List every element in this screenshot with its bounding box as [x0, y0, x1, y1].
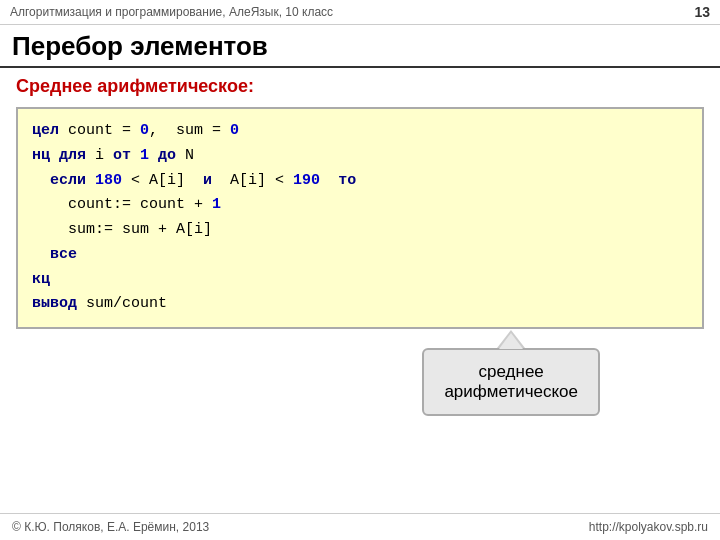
tooltip-line1: среднее: [479, 362, 544, 381]
header-page-number: 13: [694, 4, 710, 20]
code-line-4: count:= count + 1: [32, 193, 688, 218]
tooltip-line2: арифметическое: [444, 382, 578, 401]
footer: © К.Ю. Поляков, Е.А. Ерёмин, 2013 http:/…: [0, 513, 720, 540]
footer-left: © К.Ю. Поляков, Е.А. Ерёмин, 2013: [12, 520, 209, 534]
code-line-5: sum:= sum + A[i]: [32, 218, 688, 243]
tooltip-arrow: [497, 330, 525, 348]
tooltip-box: среднее арифметическое: [422, 348, 600, 416]
code-line-2: нц для i от 1 до N: [32, 144, 688, 169]
tooltip-container: среднее арифметическое: [422, 330, 600, 416]
tooltip-arrow-wrapper: [497, 330, 525, 348]
code-line-8: вывод sum/count: [32, 292, 688, 317]
code-block: цел count = 0, sum = 0 нц для i от 1 до …: [16, 107, 704, 329]
code-line-1: цел count = 0, sum = 0: [32, 119, 688, 144]
header-subtitle: Алгоритмизация и программирование, АлеЯз…: [10, 5, 333, 19]
tooltip-arrow-inner: [499, 333, 523, 349]
code-line-7: кц: [32, 268, 688, 293]
code-line-6: все: [32, 243, 688, 268]
footer-right: http://kpolyakov.spb.ru: [589, 520, 708, 534]
section-title: Среднее арифметическое:: [0, 68, 720, 103]
page-title: Перебор элементов: [0, 25, 720, 68]
code-line-3: если 180 < A[i] и A[i] < 190 то: [32, 169, 688, 194]
header: Алгоритмизация и программирование, АлеЯз…: [0, 0, 720, 25]
